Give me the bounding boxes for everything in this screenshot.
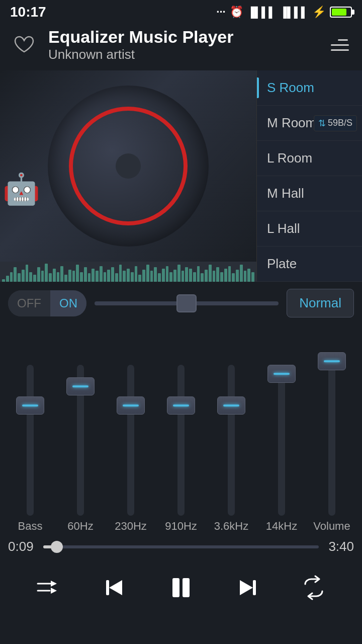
viz-bar: [100, 266, 103, 282]
eq-thumb-bass[interactable]: [16, 396, 44, 415]
viz-bar: [127, 269, 130, 282]
viz-bar: [60, 266, 63, 282]
viz-bar: [57, 272, 60, 282]
viz-bar: [41, 271, 44, 282]
current-time: 0:09: [8, 539, 38, 554]
viz-bar: [29, 272, 32, 282]
eq-track-910hz[interactable]: [177, 365, 185, 516]
eq-slider-col-14khz: [256, 365, 307, 516]
viz-bar: [53, 269, 56, 282]
toggle-on-label[interactable]: ON: [50, 290, 86, 316]
viz-bar: [111, 267, 114, 282]
reverb-item-l-hall[interactable]: L Hall: [257, 211, 362, 247]
eq-track-bass[interactable]: [27, 365, 34, 516]
progress-track[interactable]: [43, 545, 319, 548]
eq-label-3600hz: 3.6kHz: [206, 520, 256, 533]
viz-bar: [205, 270, 208, 282]
eq-label-60hz: 60Hz: [55, 520, 106, 533]
eq-track-230hz[interactable]: [127, 365, 134, 516]
viz-bar: [14, 267, 17, 282]
reverb-item-m-room[interactable]: M Room ⇅ 59B/S: [257, 106, 362, 141]
viz-bar: [92, 269, 95, 282]
eq-track-3600hz[interactable]: [228, 365, 235, 516]
viz-bar: [177, 265, 180, 282]
viz-bar: [185, 267, 188, 282]
viz-bar: [232, 273, 235, 282]
toggle-off-label[interactable]: OFF: [8, 290, 50, 316]
viz-bar: [37, 267, 40, 282]
viz-bar: [169, 272, 172, 282]
reverb-label: L Room: [267, 150, 312, 166]
eq-track-60hz[interactable]: [77, 365, 84, 516]
viz-bar: [166, 266, 169, 282]
viz-bar: [201, 273, 204, 282]
viz-bar: [18, 273, 21, 282]
progress-thumb[interactable]: [51, 541, 63, 553]
menu-line-2: [331, 44, 349, 46]
normal-button[interactable]: Normal: [287, 289, 354, 317]
eq-thumb-230hz[interactable]: [117, 396, 145, 415]
svg-marker-6: [240, 580, 253, 595]
eq-thumb-3600hz[interactable]: [217, 396, 245, 415]
eq-labels: Bass60Hz230Hz910Hz3.6kHz14kHzVolume: [0, 516, 362, 537]
android-icon: 🤖: [3, 171, 40, 207]
viz-bar: [247, 269, 250, 282]
eq-thumb-volume[interactable]: [318, 352, 346, 370]
viz-bar: [2, 279, 5, 282]
alarm-icon: ⏰: [230, 6, 243, 19]
viz-bar: [150, 271, 153, 282]
menu-button[interactable]: [327, 32, 352, 57]
viz-bar: [96, 271, 99, 282]
eq-label-bass: Bass: [5, 520, 55, 533]
eq-label-910hz: 910Hz: [156, 520, 206, 533]
viz-bar: [6, 276, 9, 282]
eq-track-14khz[interactable]: [278, 365, 285, 516]
viz-bar: [123, 271, 126, 282]
svg-marker-2: [109, 580, 122, 595]
next-button[interactable]: [227, 568, 267, 608]
active-indicator: [257, 77, 259, 98]
reverb-item-plate[interactable]: Plate: [257, 247, 362, 282]
eq-thumb-line-910hz: [173, 405, 189, 407]
viz-bar: [220, 272, 223, 282]
shuffle-button[interactable]: [28, 568, 68, 608]
menu-line-1: [338, 39, 348, 41]
eq-thumb-910hz[interactable]: [167, 396, 195, 415]
viz-bar: [10, 272, 13, 282]
viz-bar: [115, 273, 118, 282]
viz-bar: [146, 265, 149, 282]
repeat-button[interactable]: [294, 568, 334, 608]
reverb-label: M Hall: [267, 186, 304, 201]
eq-track-volume[interactable]: [328, 365, 335, 516]
viz-bar: [84, 267, 87, 282]
header-text: Equalizer Music Player Unknown artist: [48, 27, 327, 62]
svg-rect-4: [172, 578, 179, 597]
eq-thumb-line-60hz: [72, 385, 88, 387]
viz-bar: [158, 273, 161, 282]
viz-bar: [76, 265, 79, 282]
reverb-slider[interactable]: [95, 301, 279, 305]
reverb-item-l-room[interactable]: L Room: [257, 141, 362, 176]
main-area: No pictures 🤖 S Room M Room ⇅ 59B/S L Ro…: [0, 70, 362, 282]
viz-bar: [72, 271, 75, 282]
favorite-button[interactable]: [10, 31, 38, 59]
lightning-icon: ⚡: [312, 6, 326, 19]
visualizer: [0, 262, 256, 282]
status-icons: ··· ⏰ ▐▌▌▌ ▐▌▌▌ ⚡: [216, 6, 352, 19]
reverb-slider-thumb[interactable]: [176, 294, 197, 312]
reverb-item-s-room[interactable]: S Room: [257, 70, 362, 106]
viz-bar: [135, 266, 138, 282]
eq-thumb-line-volume: [324, 360, 340, 362]
viz-bar: [251, 272, 254, 282]
eq-thumb-60hz[interactable]: [66, 377, 95, 395]
viz-bar: [189, 269, 192, 282]
pause-button[interactable]: [161, 568, 201, 608]
viz-bar: [224, 269, 227, 282]
eq-thumb-14khz[interactable]: [267, 365, 296, 383]
previous-button[interactable]: [95, 568, 135, 608]
reverb-item-m-hall[interactable]: M Hall: [257, 176, 362, 211]
badge-speed: 59B/S: [328, 118, 352, 128]
on-off-toggle[interactable]: OFF ON: [8, 290, 86, 316]
reverb-label: S Room: [267, 80, 314, 96]
viz-bar: [173, 270, 176, 282]
